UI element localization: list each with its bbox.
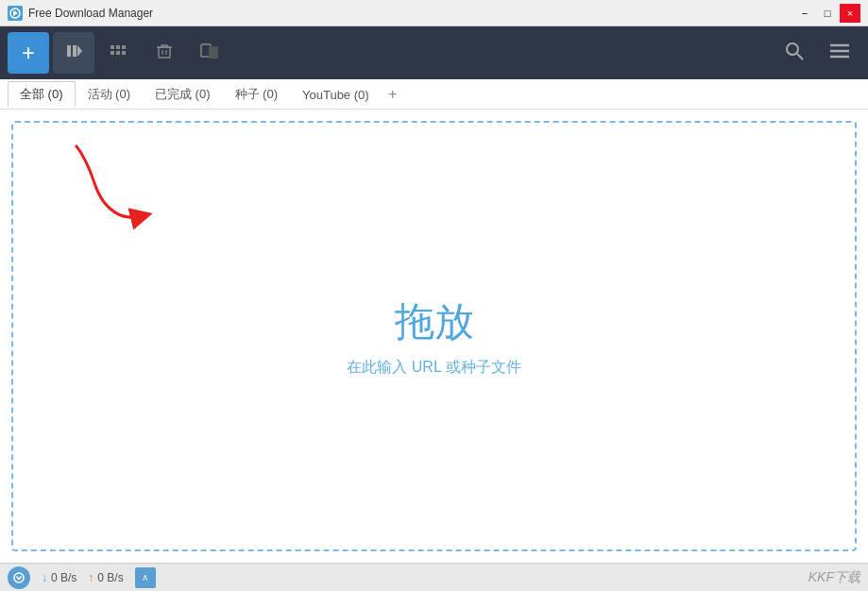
svg-rect-2 [73, 45, 77, 57]
svg-point-21 [14, 573, 24, 583]
tab-torrent[interactable]: 种子 (0) [223, 81, 291, 107]
annotation-arrow [66, 136, 198, 230]
close-button[interactable]: × [840, 4, 860, 23]
drop-title: 拖放 [395, 296, 474, 348]
download-speed-value: 0 B/s [51, 571, 77, 584]
tab-active[interactable]: 活动 (0) [76, 81, 144, 107]
tab-all[interactable]: 全部 (0) [8, 81, 76, 107]
svg-rect-9 [122, 51, 126, 55]
drop-subtitle: 在此输入 URL 或种子文件 [347, 358, 520, 378]
toolbar-right [774, 32, 860, 74]
app-icon [8, 6, 23, 21]
search-button[interactable] [774, 32, 815, 74]
download-speed: ↓ 0 B/s [42, 571, 77, 584]
maximize-button[interactable]: □ [817, 4, 838, 23]
svg-rect-10 [159, 47, 170, 58]
play-icon [65, 42, 82, 64]
status-bar: ↓ 0 B/s ↑ 0 B/s ∧ KKF下载 [0, 563, 868, 591]
title-bar: Free Download Manager − □ × [0, 0, 868, 26]
tab-completed[interactable]: 已完成 (0) [143, 81, 223, 107]
svg-rect-8 [116, 51, 120, 55]
window-controls: − □ × [794, 4, 860, 23]
tabs-bar: 全部 (0) 活动 (0) 已完成 (0) 种子 (0) YouTube (0)… [0, 79, 868, 110]
search-icon [785, 42, 804, 65]
expand-icon: ∧ [142, 572, 148, 583]
convert-icon [200, 42, 219, 64]
svg-rect-7 [111, 51, 114, 55]
svg-rect-5 [116, 45, 120, 49]
pause-button[interactable] [98, 32, 140, 74]
tab-youtube[interactable]: YouTube (0) [290, 83, 382, 106]
watermark: KKF下载 [808, 569, 860, 586]
delete-button[interactable] [144, 32, 185, 74]
convert-button[interactable] [189, 32, 230, 74]
pause-icon [110, 42, 128, 64]
toolbar: + [0, 26, 868, 79]
svg-rect-14 [209, 46, 218, 59]
svg-line-16 [797, 54, 803, 59]
add-tab-button[interactable]: + [382, 83, 404, 106]
minimize-button[interactable]: − [794, 4, 815, 23]
add-download-button[interactable]: + [8, 32, 49, 74]
svg-point-15 [787, 43, 798, 55]
menu-button[interactable] [819, 32, 860, 74]
download-arrow-icon: ↓ [42, 571, 47, 584]
app-title: Free Download Manager [28, 7, 794, 20]
svg-rect-1 [67, 45, 71, 57]
status-icon [8, 566, 30, 589]
drop-zone[interactable]: 拖放 在此输入 URL 或种子文件 [11, 121, 857, 551]
upload-speed: ↑ 0 B/s [88, 571, 123, 584]
svg-rect-6 [122, 45, 126, 49]
hamburger-icon [830, 43, 849, 63]
main-content[interactable]: 拖放 在此输入 URL 或种子文件 [0, 110, 868, 563]
plus-icon: + [22, 40, 35, 66]
trash-icon [156, 42, 173, 64]
upload-speed-value: 0 B/s [97, 571, 123, 584]
expand-button[interactable]: ∧ [135, 567, 156, 588]
svg-rect-4 [111, 45, 114, 49]
svg-marker-3 [77, 45, 82, 57]
upload-arrow-icon: ↑ [88, 571, 94, 584]
resume-button[interactable] [53, 32, 94, 74]
